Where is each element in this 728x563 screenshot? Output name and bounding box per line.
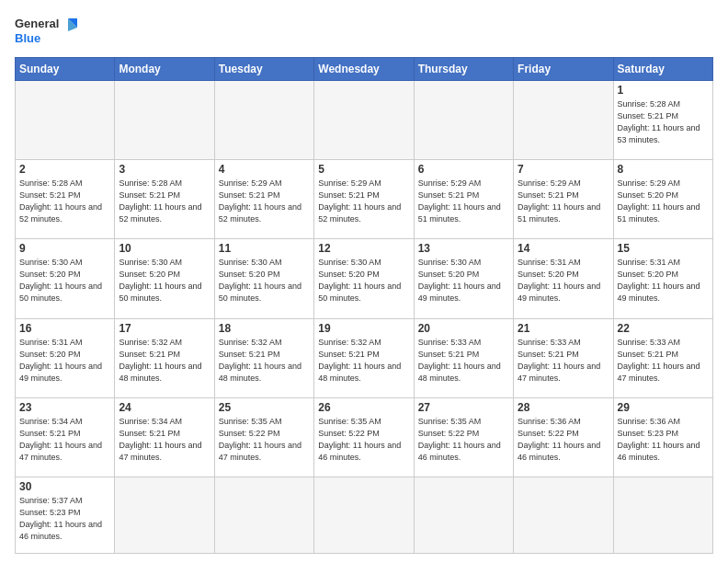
day-number: 6 xyxy=(418,163,509,176)
calendar-cell xyxy=(613,477,712,553)
calendar-cell xyxy=(214,477,313,553)
day-info: Sunrise: 5:35 AMSunset: 5:22 PMDaylight:… xyxy=(318,416,409,464)
sunset-label: Sunset: 5:21 PM xyxy=(19,429,81,438)
calendar-week-row-2: 2Sunrise: 5:28 AMSunset: 5:21 PMDaylight… xyxy=(16,160,713,239)
sunrise-label: Sunrise: 5:30 AM xyxy=(19,258,83,267)
daylight-label: Daylight: 11 hours and 48 minutes. xyxy=(318,362,401,383)
daylight-label: Daylight: 11 hours and 47 minutes. xyxy=(518,362,600,383)
weekday-header-thursday: Thursday xyxy=(414,58,513,81)
sunrise-label: Sunrise: 5:35 AM xyxy=(418,417,482,426)
calendar-cell: 9Sunrise: 5:30 AMSunset: 5:20 PMDaylight… xyxy=(16,239,115,318)
day-info: Sunrise: 5:35 AMSunset: 5:22 PMDaylight:… xyxy=(418,416,509,464)
day-number: 25 xyxy=(219,401,310,414)
calendar-cell: 10Sunrise: 5:30 AMSunset: 5:20 PMDayligh… xyxy=(115,239,214,318)
calendar-cell: 20Sunrise: 5:33 AMSunset: 5:21 PMDayligh… xyxy=(414,318,513,397)
header: General Blue xyxy=(15,15,713,50)
day-number: 8 xyxy=(618,163,709,176)
daylight-label: Daylight: 11 hours and 50 minutes. xyxy=(219,282,301,303)
daylight-label: Daylight: 11 hours and 51 minutes. xyxy=(618,202,700,224)
weekday-header-tuesday: Tuesday xyxy=(214,58,313,81)
sunrise-label: Sunrise: 5:36 AM xyxy=(618,417,681,426)
day-info: Sunrise: 5:29 AMSunset: 5:21 PMDaylight:… xyxy=(219,178,310,225)
sunset-label: Sunset: 5:20 PM xyxy=(618,190,679,200)
sunset-label: Sunset: 5:23 PM xyxy=(618,429,679,438)
calendar-cell: 7Sunrise: 5:29 AMSunset: 5:21 PMDaylight… xyxy=(514,160,613,239)
calendar-cell xyxy=(514,81,613,160)
calendar-week-row-1: 1Sunrise: 5:28 AMSunset: 5:21 PMDaylight… xyxy=(16,81,713,160)
sunrise-label: Sunrise: 5:29 AM xyxy=(418,178,482,188)
sunrise-label: Sunrise: 5:32 AM xyxy=(219,338,282,347)
calendar-cell: 13Sunrise: 5:30 AMSunset: 5:20 PMDayligh… xyxy=(414,239,513,318)
calendar-cell: 8Sunrise: 5:29 AMSunset: 5:20 PMDaylight… xyxy=(613,160,712,239)
daylight-label: Daylight: 11 hours and 51 minutes. xyxy=(418,202,501,224)
day-number: 3 xyxy=(119,163,210,176)
sunset-label: Sunset: 5:20 PM xyxy=(19,350,81,359)
calendar-cell: 15Sunrise: 5:31 AMSunset: 5:20 PMDayligh… xyxy=(613,239,712,318)
calendar-cell: 3Sunrise: 5:28 AMSunset: 5:21 PMDaylight… xyxy=(115,160,214,239)
weekday-header-row: SundayMondayTuesdayWednesdayThursdayFrid… xyxy=(16,58,713,81)
sunrise-label: Sunrise: 5:33 AM xyxy=(618,338,681,347)
sunrise-label: Sunrise: 5:30 AM xyxy=(318,258,381,267)
sunset-label: Sunset: 5:21 PM xyxy=(618,350,679,359)
day-number: 26 xyxy=(318,401,409,414)
day-number: 12 xyxy=(318,242,409,255)
calendar-table: SundayMondayTuesdayWednesdayThursdayFrid… xyxy=(15,57,713,554)
day-number: 14 xyxy=(518,242,609,255)
calendar-cell: 16Sunrise: 5:31 AMSunset: 5:20 PMDayligh… xyxy=(16,318,115,397)
daylight-label: Daylight: 11 hours and 49 minutes. xyxy=(618,282,700,303)
day-number: 10 xyxy=(119,242,210,255)
day-info: Sunrise: 5:28 AMSunset: 5:21 PMDaylight:… xyxy=(119,178,210,225)
day-number: 17 xyxy=(119,322,210,335)
sunset-label: Sunset: 5:21 PM xyxy=(19,190,81,200)
calendar-cell: 22Sunrise: 5:33 AMSunset: 5:21 PMDayligh… xyxy=(613,318,712,397)
day-info: Sunrise: 5:28 AMSunset: 5:21 PMDaylight:… xyxy=(618,98,709,146)
sunrise-label: Sunrise: 5:30 AM xyxy=(219,258,282,267)
day-info: Sunrise: 5:30 AMSunset: 5:20 PMDaylight:… xyxy=(219,257,310,304)
sunset-label: Sunset: 5:20 PM xyxy=(119,270,180,279)
calendar-cell xyxy=(514,477,613,553)
day-number: 29 xyxy=(618,401,709,414)
weekday-header-wednesday: Wednesday xyxy=(314,58,414,81)
calendar-cell: 30Sunrise: 5:37 AMSunset: 5:23 PMDayligh… xyxy=(16,477,115,553)
generalblue-logo-icon: General Blue xyxy=(15,15,79,50)
weekday-header-saturday: Saturday xyxy=(613,58,712,81)
day-number: 24 xyxy=(119,401,210,414)
day-info: Sunrise: 5:34 AMSunset: 5:21 PMDaylight:… xyxy=(119,416,210,464)
sunrise-label: Sunrise: 5:28 AM xyxy=(19,178,83,188)
day-info: Sunrise: 5:32 AMSunset: 5:21 PMDaylight:… xyxy=(318,337,409,385)
svg-text:General: General xyxy=(15,17,59,30)
calendar-cell: 27Sunrise: 5:35 AMSunset: 5:22 PMDayligh… xyxy=(414,397,513,477)
calendar-cell xyxy=(414,477,513,553)
sunset-label: Sunset: 5:22 PM xyxy=(518,429,579,438)
sunrise-label: Sunrise: 5:29 AM xyxy=(219,178,282,188)
day-number: 13 xyxy=(418,242,509,255)
daylight-label: Daylight: 11 hours and 48 minutes. xyxy=(219,362,301,383)
daylight-label: Daylight: 11 hours and 49 minutes. xyxy=(418,282,501,303)
calendar-cell: 23Sunrise: 5:34 AMSunset: 5:21 PMDayligh… xyxy=(16,397,115,477)
day-info: Sunrise: 5:36 AMSunset: 5:23 PMDaylight:… xyxy=(618,416,709,464)
daylight-label: Daylight: 11 hours and 48 minutes. xyxy=(418,362,501,383)
day-info: Sunrise: 5:29 AMSunset: 5:21 PMDaylight:… xyxy=(318,178,409,225)
day-info: Sunrise: 5:37 AMSunset: 5:23 PMDaylight:… xyxy=(19,495,110,543)
sunset-label: Sunset: 5:23 PM xyxy=(19,508,81,517)
page: General Blue SundayMondayTuesdayWednesda… xyxy=(0,0,728,563)
sunset-label: Sunset: 5:21 PM xyxy=(518,190,579,200)
sunrise-label: Sunrise: 5:29 AM xyxy=(318,178,381,188)
day-number: 5 xyxy=(318,163,409,176)
calendar-cell: 29Sunrise: 5:36 AMSunset: 5:23 PMDayligh… xyxy=(613,397,712,477)
calendar-cell xyxy=(16,81,115,160)
day-info: Sunrise: 5:33 AMSunset: 5:21 PMDaylight:… xyxy=(418,337,509,385)
day-number: 15 xyxy=(618,242,709,255)
sunset-label: Sunset: 5:21 PM xyxy=(318,190,380,200)
daylight-label: Daylight: 11 hours and 50 minutes. xyxy=(318,282,401,303)
calendar-cell: 2Sunrise: 5:28 AMSunset: 5:21 PMDaylight… xyxy=(16,160,115,239)
daylight-label: Daylight: 11 hours and 47 minutes. xyxy=(119,441,201,462)
sunset-label: Sunset: 5:21 PM xyxy=(119,190,180,200)
daylight-label: Daylight: 11 hours and 53 minutes. xyxy=(618,123,700,144)
logo: General Blue xyxy=(15,15,79,50)
calendar-cell xyxy=(115,477,214,553)
sunset-label: Sunset: 5:21 PM xyxy=(318,350,380,359)
sunrise-label: Sunrise: 5:32 AM xyxy=(119,338,182,347)
daylight-label: Daylight: 11 hours and 46 minutes. xyxy=(618,441,700,462)
daylight-label: Daylight: 11 hours and 52 minutes. xyxy=(19,202,102,224)
